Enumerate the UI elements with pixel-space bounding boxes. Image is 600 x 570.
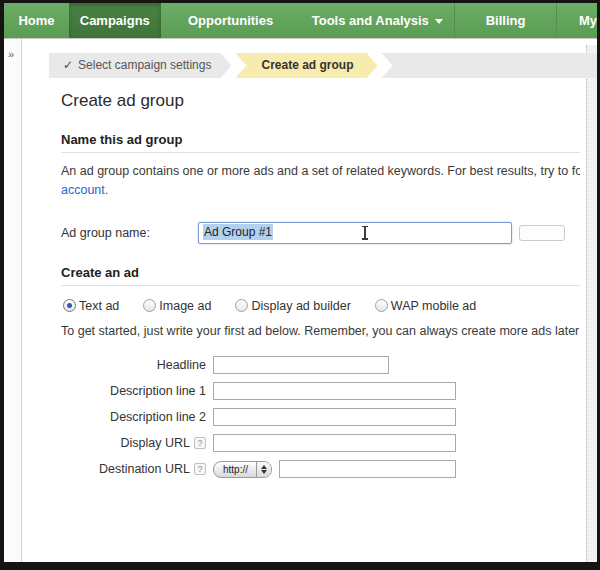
destination-url-input[interactable] <box>279 460 456 478</box>
select-stepper-icon <box>256 461 271 478</box>
nav-tab-campaigns[interactable]: Campaigns <box>69 3 161 38</box>
radio-label: Text ad <box>79 299 119 313</box>
text-ad-form: Headline Description line 1 Description … <box>61 356 580 478</box>
radio-wap-mobile-ad[interactable]: WAP mobile ad <box>375 299 476 313</box>
wizard-breadcrumb: ✓Select campaign settings Create ad grou… <box>49 53 597 78</box>
headline-row: Headline <box>61 356 580 374</box>
ad-group-name-input[interactable]: Ad Group #1 <box>198 222 512 244</box>
create-ad-section: Create an ad Text ad Image ad Display ad… <box>61 265 580 479</box>
url-protocol-select[interactable]: http:// <box>213 461 272 478</box>
app-window: Home Campaigns Opportunities Tools and A… <box>4 3 597 562</box>
nav-tab-tools-and-analysis[interactable]: Tools and Analysis <box>300 3 454 38</box>
ad-group-name-label: Ad group name: <box>61 226 198 240</box>
display-url-input[interactable] <box>213 434 456 452</box>
section-heading-name: Name this ad group <box>61 132 580 153</box>
ad-group-name-row: Ad group name: Ad Group #1 <box>61 222 580 244</box>
description-line-2-input[interactable] <box>213 408 456 426</box>
top-navigation: Home Campaigns Opportunities Tools and A… <box>4 3 597 38</box>
radio-image-ad[interactable]: Image ad <box>143 299 211 313</box>
description-line-2-row: Description line 2 <box>61 408 580 426</box>
wizard-step-create-ad-group[interactable]: Create ad group <box>235 53 377 78</box>
protocol-selected-value: http:// <box>214 464 256 475</box>
account-link[interactable]: account. <box>61 183 108 197</box>
destination-url-label: Destination URL <box>99 462 190 476</box>
text-cursor-icon <box>364 226 366 240</box>
description-line-2-label: Description line 2 <box>61 410 206 424</box>
wizard-step-label: Select campaign settings <box>78 58 211 72</box>
scrollbar-track[interactable] <box>586 45 597 562</box>
nav-tab-my-account[interactable]: My <box>556 3 597 38</box>
display-url-row: Display URL? <box>61 434 580 452</box>
description-line-1-row: Description line 1 <box>61 382 580 400</box>
collapsed-sidebar: » <box>4 39 22 562</box>
radio-icon <box>375 299 388 312</box>
help-icon[interactable]: ? <box>194 463 206 475</box>
section-heading-create-ad: Create an ad <box>61 265 580 286</box>
radio-display-ad-builder[interactable]: Display ad builder <box>235 299 350 313</box>
section-description: An ad group contains one or more ads and… <box>61 162 580 200</box>
display-url-label: Display URL <box>121 436 190 450</box>
nav-tab-home[interactable]: Home <box>4 3 69 38</box>
radio-label: WAP mobile ad <box>391 299 476 313</box>
headline-label: Headline <box>61 358 206 372</box>
destination-url-row: Destination URL? http:// <box>61 460 580 478</box>
chevron-down-icon <box>435 19 443 24</box>
ad-instructions: To get started, just write your first ad… <box>61 322 580 341</box>
ad-type-options: Text ad Image ad Display ad builder WAP … <box>63 299 580 313</box>
headline-input[interactable] <box>213 356 389 374</box>
wizard-step-campaign-settings[interactable]: ✓Select campaign settings <box>49 53 231 78</box>
description-line-1-label: Description line 1 <box>61 384 206 398</box>
description-line-1-input[interactable] <box>213 382 456 400</box>
radio-label: Image ad <box>159 299 211 313</box>
radio-label: Display ad builder <box>251 299 350 313</box>
page-title: Create ad group <box>61 91 586 111</box>
nav-tab-label: Tools and Analysis <box>312 13 429 28</box>
small-button[interactable] <box>519 225 565 241</box>
main-content: ✓Select campaign settings Create ad grou… <box>23 39 586 562</box>
nav-tab-opportunities[interactable]: Opportunities <box>161 3 301 38</box>
name-ad-group-section: Name this ad group An ad group contains … <box>61 132 580 244</box>
sidebar-expand-icon[interactable]: » <box>8 48 21 60</box>
checkmark-icon: ✓ <box>63 58 73 72</box>
description-text: An ad group contains one or more ads and… <box>61 164 580 178</box>
wizard-bar-filler <box>381 53 597 78</box>
help-icon[interactable]: ? <box>194 437 206 449</box>
radio-icon <box>235 299 248 312</box>
radio-text-ad[interactable]: Text ad <box>63 299 119 313</box>
radio-icon <box>143 299 156 312</box>
nav-tab-billing[interactable]: Billing <box>454 3 556 38</box>
selected-input-text: Ad Group #1 <box>203 224 273 240</box>
radio-icon <box>63 299 76 312</box>
